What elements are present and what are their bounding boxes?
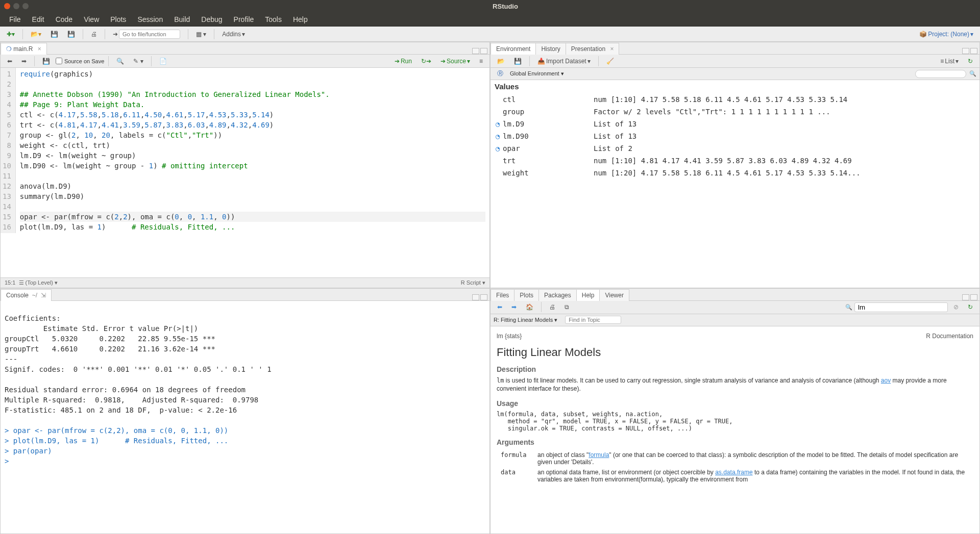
menu-profile[interactable]: Profile	[229, 13, 259, 26]
tab-history[interactable]: History	[535, 43, 566, 55]
tab-viewer[interactable]: Viewer	[599, 289, 629, 301]
scope-selector[interactable]: ☰ (Top Level) ▾	[19, 279, 58, 286]
expand-icon[interactable]: ◔	[496, 143, 503, 154]
wand-button[interactable]: ✎ ▾	[130, 56, 146, 66]
menu-help[interactable]: Help	[288, 13, 313, 26]
project-selector[interactable]: 📦 Project: (None) ▾	[916, 29, 977, 39]
pane-maximize-button[interactable]	[480, 294, 487, 300]
new-file-button[interactable]: ✚▾	[3, 29, 18, 39]
help-refresh-button[interactable]: ↻	[964, 302, 976, 312]
pane-maximize-button[interactable]	[480, 48, 487, 54]
close-tab-icon[interactable]: ×	[610, 45, 614, 53]
source-on-save-checkbox[interactable]: Source on Save	[56, 58, 104, 64]
tab-help[interactable]: Help	[576, 289, 600, 301]
find-button[interactable]: 🔍	[113, 56, 128, 66]
pane-minimize-button[interactable]	[962, 294, 969, 300]
menu-build[interactable]: Build	[169, 13, 195, 26]
pane-minimize-button[interactable]	[472, 294, 479, 300]
language-selector[interactable]: R Script ▾	[461, 279, 485, 286]
source-tabs: ❍ main.R ×	[1, 42, 489, 55]
forward-button[interactable]: ➡	[18, 56, 30, 66]
help-forward-button[interactable]: ➡	[508, 302, 520, 312]
import-dataset-button[interactable]: 📥 Import Dataset ▾	[534, 56, 594, 66]
goto-function[interactable]: ➜	[109, 28, 184, 40]
menu-file[interactable]: File	[4, 13, 26, 26]
menu-session[interactable]: Session	[132, 13, 168, 26]
compile-report-button[interactable]: 📄	[156, 56, 170, 66]
aov-link[interactable]: aov	[881, 377, 891, 384]
editor-status-bar: 15:1 ☰ (Top Level) ▾ R Script ▾	[1, 277, 489, 288]
goto-input[interactable]	[119, 30, 180, 39]
help-link[interactable]: formula	[589, 451, 609, 459]
window-minimize-button[interactable]	[13, 3, 19, 9]
tab-environment[interactable]: Environment	[491, 43, 536, 55]
refresh-env-button[interactable]: ↻	[964, 56, 976, 66]
help-search-input[interactable]	[854, 302, 948, 312]
grid-button[interactable]: ▦ ▾	[192, 29, 210, 39]
menu-tools[interactable]: Tools	[260, 13, 287, 26]
env-row[interactable]: weightnum [1:20] 4.17 5.58 5.18 6.11 4.5…	[492, 167, 978, 179]
run-button[interactable]: ➔ Run	[391, 56, 415, 66]
tab-packages[interactable]: Packages	[538, 289, 577, 301]
list-mode-button[interactable]: ≡ List ▾	[937, 56, 962, 66]
env-var-value: num [1:20] 4.17 5.58 5.18 6.11 4.5 4.61 …	[590, 167, 978, 179]
close-tab-icon[interactable]: ×	[38, 45, 41, 53]
help-doc-label: R Documentation	[926, 333, 973, 340]
console-body[interactable]: Coefficients: Estimate Std. Error t valu…	[1, 301, 489, 534]
env-row[interactable]: ◔lm.D9List of 13	[492, 118, 978, 130]
save-source-button[interactable]: 💾	[39, 56, 54, 66]
help-popout-button[interactable]: ⧉	[561, 302, 573, 312]
addins-button[interactable]: Addins ▾	[218, 29, 249, 39]
help-print-button[interactable]: 🖨	[546, 302, 559, 312]
r-file-icon: ❍	[6, 45, 12, 53]
help-home-button[interactable]: 🏠	[522, 302, 537, 312]
env-row[interactable]: ◔lm.D90List of 13	[492, 131, 978, 142]
tab-files[interactable]: Files	[491, 289, 514, 301]
help-breadcrumb[interactable]: R: Fitting Linear Models ▾	[494, 317, 557, 323]
tab-plots[interactable]: Plots	[514, 289, 539, 301]
save-workspace-button[interactable]: 💾	[510, 56, 525, 66]
editor-body[interactable]: 12345678910111213141516 require(graphics…	[1, 68, 489, 277]
load-workspace-button[interactable]: 📂	[494, 56, 508, 66]
help-back-button[interactable]: ⬅	[494, 302, 506, 312]
open-file-button[interactable]: 📂▾	[27, 29, 45, 39]
menu-view[interactable]: View	[79, 13, 104, 26]
back-button[interactable]: ⬅	[4, 56, 16, 66]
menu-edit[interactable]: Edit	[27, 13, 50, 26]
outline-button[interactable]: ≡	[476, 56, 486, 66]
env-row[interactable]: ctlnum [1:10] 4.17 5.58 5.18 6.11 4.5 4.…	[492, 94, 978, 105]
pane-minimize-button[interactable]	[472, 48, 479, 54]
print-button[interactable]: 🖨	[87, 29, 101, 39]
env-search-input[interactable]	[915, 70, 966, 78]
source-button[interactable]: ➔ Source ▾	[437, 56, 474, 66]
env-row[interactable]: groupFactor w/ 2 levels "Ctl","Trt": 1 1…	[492, 106, 978, 117]
save-button[interactable]: 💾	[47, 29, 62, 39]
window-close-button[interactable]	[4, 3, 10, 9]
help-search-clear[interactable]: ⊘	[950, 302, 962, 312]
help-topic-namespace: lm {stats}	[497, 333, 522, 340]
expand-icon[interactable]: ◔	[496, 118, 503, 130]
help-body[interactable]: lm {stats} R Documentation Fitting Linea…	[491, 326, 979, 534]
env-body[interactable]: Values ctlnum [1:10] 4.17 5.58 5.18 6.11…	[491, 80, 979, 288]
clear-env-button[interactable]: 🧹	[603, 56, 618, 66]
env-scope-selector[interactable]: Global Environment ▾	[510, 70, 564, 77]
expand-icon[interactable]: ◔	[496, 131, 503, 142]
console-tab[interactable]: Console ~/ ⇲	[1, 289, 52, 301]
save-all-button[interactable]: 💾	[64, 29, 79, 39]
pane-maximize-button[interactable]	[970, 48, 977, 54]
window-maximize-button[interactable]	[22, 3, 29, 9]
menu-debug[interactable]: Debug	[196, 13, 227, 26]
env-row[interactable]: ◔oparList of 2	[492, 143, 978, 154]
tab-presentation[interactable]: Presentation ×	[566, 43, 620, 55]
code-area[interactable]: require(graphics) ## Annette Dobson (199…	[16, 68, 489, 233]
source-tab-main[interactable]: ❍ main.R ×	[1, 43, 47, 55]
rerun-button[interactable]: ↻➔	[418, 56, 435, 66]
env-row[interactable]: trtnum [1:10] 4.81 4.17 4.41 3.59 5.87 3…	[492, 155, 978, 166]
find-in-topic-input[interactable]	[565, 316, 621, 324]
pane-maximize-button[interactable]	[970, 294, 977, 300]
help-link[interactable]: as.data.frame	[715, 469, 752, 476]
menu-code[interactable]: Code	[51, 13, 78, 26]
pane-minimize-button[interactable]	[962, 48, 969, 54]
console-popout-icon[interactable]: ⇲	[39, 292, 45, 299]
menu-plots[interactable]: Plots	[105, 13, 131, 26]
